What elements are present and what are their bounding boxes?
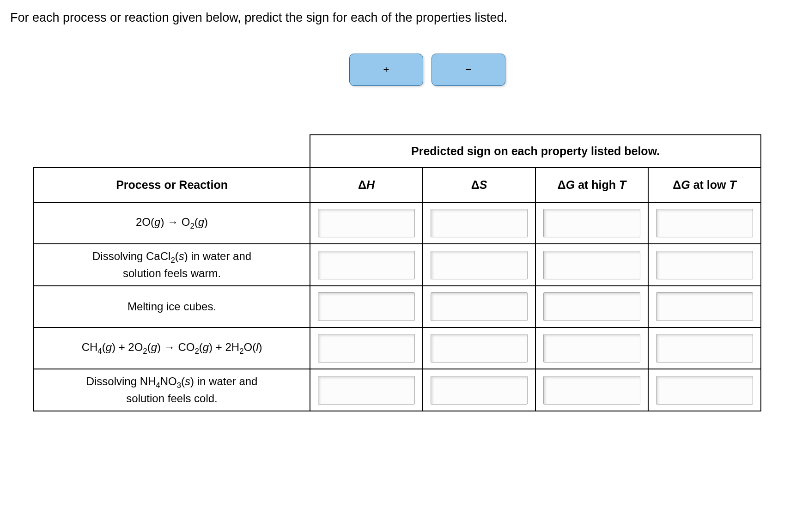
drop-row3-dg-low[interactable] (656, 292, 753, 321)
drop-row4-ds[interactable] (431, 334, 527, 363)
table-row: Melting ice cubes. (34, 286, 761, 327)
table-row: Dissolving NH4NO3(s) in water and soluti… (34, 369, 761, 411)
drop-row2-dg-low[interactable] (656, 251, 753, 279)
drop-row3-dg-high[interactable] (543, 292, 640, 321)
process-1: 2O(g) → O2(g) (34, 202, 310, 244)
table-header-row: Process or Reaction ΔH ΔS ΔG at high T Δ… (34, 168, 761, 202)
drop-row1-dh[interactable] (318, 209, 414, 237)
table-row: Dissolving CaCl2(s) in water and solutio… (34, 244, 761, 286)
drop-row1-dg-low[interactable] (656, 209, 753, 237)
draggable-chips-row: + − (10, 54, 780, 86)
drop-row1-ds[interactable] (431, 209, 527, 237)
drop-row2-dh[interactable] (318, 251, 414, 279)
process-3: Melting ice cubes. (34, 286, 310, 327)
table-banner: Predicted sign on each property listed b… (310, 135, 761, 168)
drop-row5-dg-high[interactable] (543, 376, 640, 405)
header-delta-s: ΔS (423, 168, 535, 202)
question-prompt: For each process or reaction given below… (10, 9, 780, 26)
drop-row5-dh[interactable] (318, 376, 414, 405)
table-container: Predicted sign on each property listed b… (33, 134, 761, 411)
drop-row1-dg-high[interactable] (543, 209, 640, 237)
prediction-table: Predicted sign on each property listed b… (33, 134, 761, 411)
header-process: Process or Reaction (34, 168, 310, 202)
chip-minus[interactable]: − (431, 54, 505, 86)
table-banner-row: Predicted sign on each property listed b… (34, 135, 761, 168)
process-5: Dissolving NH4NO3(s) in water and soluti… (34, 369, 310, 411)
drop-row4-dg-low[interactable] (656, 334, 753, 363)
table-row: 2O(g) → O2(g) (34, 202, 761, 244)
header-delta-g-low-t: ΔG at low T (648, 168, 761, 202)
table-row: CH4(g) + 2O2(g) → CO2(g) + 2H2O(l) (34, 327, 761, 369)
drop-row4-dg-high[interactable] (543, 334, 640, 363)
drop-row3-dh[interactable] (318, 292, 414, 321)
drop-row3-ds[interactable] (431, 292, 527, 321)
drop-row2-dg-high[interactable] (543, 251, 640, 279)
drop-row5-dg-low[interactable] (656, 376, 753, 405)
drop-row2-ds[interactable] (431, 251, 527, 279)
header-delta-g-high-t: ΔG at high T (535, 168, 648, 202)
chip-plus[interactable]: + (349, 54, 423, 86)
process-4: CH4(g) + 2O2(g) → CO2(g) + 2H2O(l) (34, 327, 310, 369)
process-2: Dissolving CaCl2(s) in water and solutio… (34, 244, 310, 286)
drop-row4-dh[interactable] (318, 334, 414, 363)
header-delta-h: ΔH (310, 168, 423, 202)
drop-row5-ds[interactable] (431, 376, 527, 405)
